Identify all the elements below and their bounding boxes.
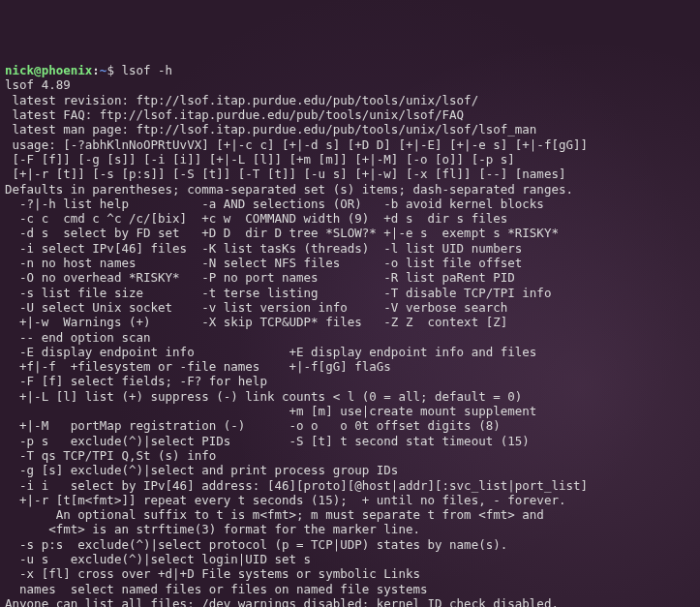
terminal-output: lsof 4.89 latest revision: ftp://lsof.it… xyxy=(5,77,695,607)
command-input[interactable]: lsof -h xyxy=(121,63,172,77)
prompt-dollar: $ xyxy=(107,63,114,77)
prompt-colon: : xyxy=(92,63,100,77)
prompt-host: phoenix xyxy=(42,63,93,77)
prompt-at: @ xyxy=(34,63,42,77)
terminal-prompt: nick@phoenix:~$ lsof -h xyxy=(5,63,172,77)
prompt-user: nick xyxy=(5,63,34,77)
